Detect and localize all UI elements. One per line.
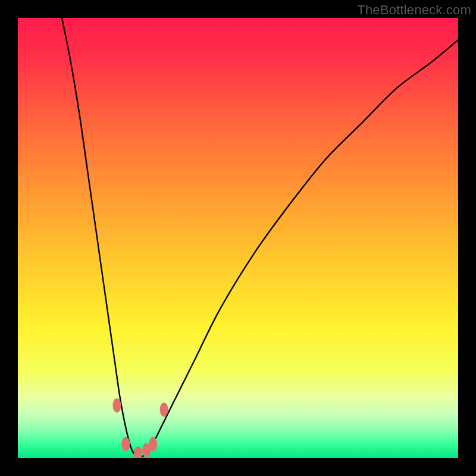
bottleneck-curve <box>18 18 458 458</box>
watermark-text: TheBottleneck.com <box>357 2 471 18</box>
plot-frame <box>18 18 458 458</box>
curve-marker <box>134 447 142 458</box>
curve-marker <box>121 437 130 451</box>
curve-marker <box>113 398 121 412</box>
curve-marker <box>160 403 168 417</box>
curve-marker <box>149 437 157 451</box>
